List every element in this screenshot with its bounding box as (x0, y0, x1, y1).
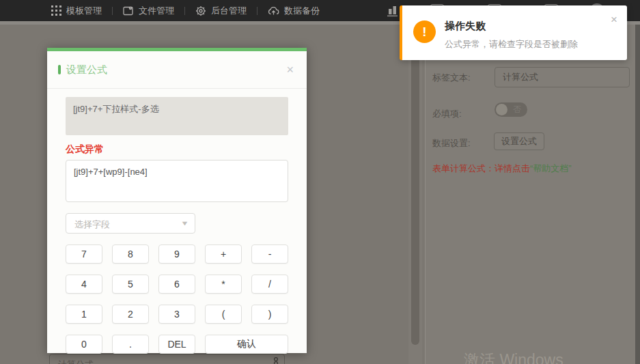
toast-message: 公式异常，请检查字段是否被删除 (445, 38, 578, 51)
nav-divider (184, 7, 185, 15)
field-select-dropdown[interactable]: 选择字段 ▼ (66, 213, 195, 234)
key-1[interactable]: 1 (66, 305, 102, 324)
cloud-upload-icon (268, 5, 279, 16)
toast-close-icon[interactable]: × (611, 14, 617, 25)
gear-icon (195, 5, 206, 16)
formula-hint-text: 表单计算公式：详情点击 (432, 163, 530, 173)
chart-icon[interactable] (387, 5, 399, 20)
chevron-down-icon: ▼ (180, 220, 189, 227)
dialog-title: 设置公式 (66, 64, 107, 76)
data-setting-label: 数据设置: (432, 137, 471, 150)
field-properties-panel: 标签文本: 必填项: 否 数据设置: 设置公式 表单计算公式：详情点击“帮助文档… (425, 25, 636, 364)
nav-item-data-backup[interactable]: 数据备份 (268, 5, 320, 17)
label-text-input[interactable] (495, 67, 630, 87)
key-5[interactable]: 5 (112, 275, 149, 294)
key-6[interactable]: 6 (158, 275, 195, 294)
key-0[interactable]: 0 (66, 335, 102, 354)
key-multiply[interactable]: * (205, 275, 242, 294)
nav-item-backend-management[interactable]: 后台管理 (195, 5, 247, 17)
key-plus[interactable]: + (205, 244, 242, 264)
key-7[interactable]: 7 (66, 244, 102, 264)
required-toggle[interactable]: 否 (495, 102, 527, 117)
scrollbar-thumb[interactable] (411, 57, 419, 345)
formula-preview-box: [jt9]+7+下拉样式-多选 (66, 97, 288, 135)
help-doc-link[interactable]: “帮助文档” (530, 163, 572, 173)
nav-label: 模板管理 (66, 5, 102, 17)
nav-item-file-management[interactable]: 文件管理 (123, 5, 174, 17)
nav-label: 文件管理 (139, 5, 174, 17)
formula-input-textarea[interactable]: [jt9]+7+[wp9]-[ne4] (66, 160, 288, 202)
set-formula-button[interactable]: 设置公式 (494, 132, 544, 150)
field-value: 计算公式 (58, 359, 94, 364)
dialog-header: 设置公式 × (47, 51, 307, 89)
window-right-edge (635, 25, 640, 364)
file-icon (123, 5, 134, 16)
key-4[interactable]: 4 (66, 275, 102, 294)
key-del[interactable]: DEL (158, 335, 195, 354)
key-divide[interactable]: / (251, 275, 288, 294)
nav-label: 后台管理 (211, 5, 247, 17)
main-nav: 模板管理 文件管理 后台管理 (51, 0, 320, 21)
nav-divider (257, 7, 258, 15)
grid-icon (51, 5, 61, 16)
formula-error-label: 公式异常 (66, 143, 288, 156)
confirm-button[interactable]: 确认 (205, 335, 288, 354)
required-label: 必填项: (432, 108, 462, 120)
dialog-body: [jt9]+7+下拉样式-多选 公式异常 [jt9]+7+[wp9]-[ne4]… (47, 89, 307, 354)
key-8[interactable]: 8 (112, 244, 149, 264)
field-handle-icon (273, 357, 279, 364)
set-formula-dialog: 设置公式 × [jt9]+7+下拉样式-多选 公式异常 [jt9]+7+[wp9… (47, 48, 307, 353)
windows-activation-watermark: 激活 Windows (464, 350, 564, 364)
calc-formula-field-under-modal: 计算公式 (49, 354, 285, 364)
formula-keypad: 7 8 9 + - 4 5 6 * / 1 2 3 ( ) 0 . DEL 确认 (66, 244, 288, 354)
toast-title: 操作失败 (445, 20, 486, 33)
nav-item-template-management[interactable]: 模板管理 (51, 5, 102, 17)
key-open-paren[interactable]: ( (205, 305, 242, 324)
nav-divider (112, 7, 113, 15)
dialog-close-icon[interactable]: × (286, 64, 294, 76)
formula-hint: 表单计算公式：详情点击“帮助文档” (432, 163, 572, 175)
key-2[interactable]: 2 (112, 305, 149, 324)
toggle-knob (496, 104, 507, 115)
toggle-state-label: 否 (513, 105, 521, 114)
key-9[interactable]: 9 (158, 244, 195, 264)
nav-label: 数据备份 (284, 5, 320, 17)
field-select-placeholder: 选择字段 (74, 219, 110, 231)
vertical-scrollbar[interactable] (408, 25, 422, 364)
key-minus[interactable]: - (251, 244, 288, 264)
key-dot[interactable]: . (112, 335, 149, 354)
warning-icon: ! (413, 20, 436, 43)
label-text-label: 标签文本: (432, 72, 471, 84)
key-close-paren[interactable]: ) (251, 305, 288, 324)
title-accent-bar (58, 65, 61, 74)
key-3[interactable]: 3 (158, 305, 195, 324)
error-toast: ! 操作失败 公式异常，请检查字段是否被删除 × (400, 5, 627, 60)
